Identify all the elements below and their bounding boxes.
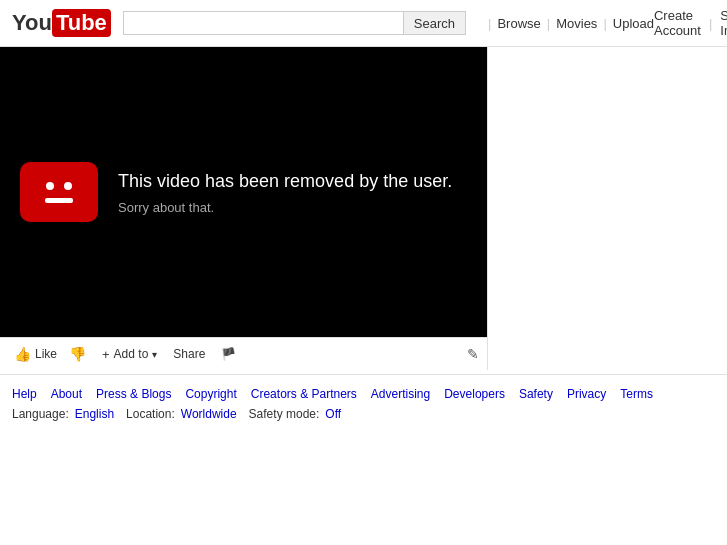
flag-button[interactable]: 🏴 <box>215 345 242 363</box>
video-player: This video has been removed by the user.… <box>0 47 487 337</box>
search-button[interactable]: Search <box>403 11 466 35</box>
language-label: Language: <box>12 407 69 421</box>
logo-you-text: You <box>12 10 52 36</box>
footer-privacy[interactable]: Privacy <box>567 387 606 401</box>
share-button[interactable]: Share <box>167 345 211 363</box>
footer: Help About Press & Blogs Copyright Creat… <box>0 374 727 433</box>
create-account-link[interactable]: Create Account <box>654 8 701 38</box>
like-label: Like <box>35 347 57 361</box>
header: YouTube Search | Browse | Movies | Uploa… <box>0 0 727 47</box>
add-to-label: Add to <box>114 347 149 361</box>
thumbs-down-icon: 👎 <box>69 346 86 362</box>
footer-about[interactable]: About <box>51 387 82 401</box>
plus-icon: + <box>102 347 110 362</box>
nav-upload[interactable]: Upload <box>613 16 654 31</box>
thumbs-up-icon: 👍 <box>14 346 31 362</box>
edit-icon[interactable]: ✎ <box>467 346 479 362</box>
footer-help[interactable]: Help <box>12 387 37 401</box>
error-mouth <box>45 198 73 203</box>
main-content: This video has been removed by the user.… <box>0 47 727 370</box>
nav-browse[interactable]: Browse <box>497 16 540 31</box>
flag-icon: 🏴 <box>221 347 236 361</box>
safety-value[interactable]: Off <box>325 407 341 421</box>
footer-creators-partners[interactable]: Creators & Partners <box>251 387 357 401</box>
nav-movies[interactable]: Movies <box>556 16 597 31</box>
logo-tube-text: Tube <box>52 9 111 37</box>
footer-press-blogs[interactable]: Press & Blogs <box>96 387 171 401</box>
nav-separator-3: | <box>603 16 606 31</box>
nav-separator-1: | <box>488 16 491 31</box>
footer-links: Help About Press & Blogs Copyright Creat… <box>12 387 715 401</box>
header-right-sep: | <box>709 16 712 31</box>
like-button[interactable]: 👍 Like <box>8 344 63 364</box>
sidebar <box>487 47 727 370</box>
footer-developers[interactable]: Developers <box>444 387 505 401</box>
location-value[interactable]: Worldwide <box>181 407 237 421</box>
error-subtitle: Sorry about that. <box>118 200 452 215</box>
location-label: Location: <box>126 407 175 421</box>
dislike-button[interactable]: 👎 <box>63 344 92 364</box>
error-eye-right <box>64 182 72 190</box>
safety-label: Safety mode: <box>249 407 320 421</box>
error-eyes <box>46 182 72 190</box>
error-title: This video has been removed by the user. <box>118 169 452 194</box>
footer-advertising[interactable]: Advertising <box>371 387 430 401</box>
error-eye-left <box>46 182 54 190</box>
footer-copyright[interactable]: Copyright <box>185 387 236 401</box>
error-icon <box>20 162 98 222</box>
search-input[interactable] <box>123 11 403 35</box>
add-to-button[interactable]: + Add to ▾ <box>96 345 163 364</box>
footer-info: Language: English Location: Worldwide Sa… <box>12 407 715 421</box>
error-text-block: This video has been removed by the user.… <box>118 169 452 215</box>
nav-separator-2: | <box>547 16 550 31</box>
language-value[interactable]: English <box>75 407 114 421</box>
header-right: Create Account | Sign In <box>654 8 727 38</box>
header-nav: | Browse | Movies | Upload <box>486 16 654 31</box>
add-to-arrow-icon: ▾ <box>152 349 157 360</box>
action-bar: 👍 Like 👎 + Add to ▾ Share 🏴 ✎ <box>0 337 487 370</box>
search-bar: Search <box>123 11 466 35</box>
sign-in-link[interactable]: Sign In <box>720 8 727 38</box>
footer-safety[interactable]: Safety <box>519 387 553 401</box>
footer-terms[interactable]: Terms <box>620 387 653 401</box>
share-label: Share <box>173 347 205 361</box>
youtube-logo[interactable]: YouTube <box>12 9 111 37</box>
